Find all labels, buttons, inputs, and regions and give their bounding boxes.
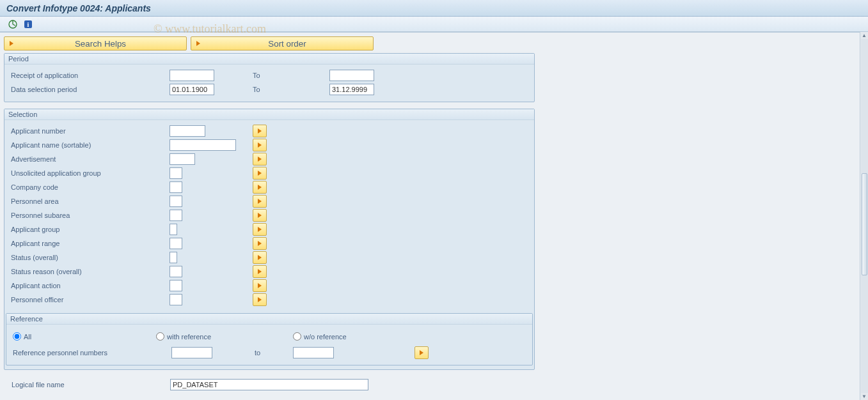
ref-pernr-more-button[interactable] xyxy=(414,346,429,359)
sort-order-label: Sort order xyxy=(207,39,367,49)
selection-input[interactable] xyxy=(170,266,182,277)
selection-label: Status (overall) xyxy=(10,254,170,261)
content-area: Search Helps Sort order Period Receipt o… xyxy=(0,32,860,400)
selection-legend: Selection xyxy=(4,109,534,120)
selection-input[interactable] xyxy=(170,210,182,221)
search-helps-label: Search Helps xyxy=(20,39,180,49)
receipt-to-input[interactable] xyxy=(329,70,374,81)
multiple-selection-button[interactable] xyxy=(253,139,267,151)
execute-icon[interactable] xyxy=(6,19,19,30)
ref-pernr-from-input[interactable] xyxy=(171,347,212,358)
selection-group: Selection Applicant numberApplicant name… xyxy=(4,109,535,370)
radio-with[interactable]: with reference xyxy=(156,332,290,341)
selection-label: Applicant name (sortable) xyxy=(10,141,170,149)
selection-label: Advertisement xyxy=(10,155,170,163)
selection-label: Applicant number xyxy=(10,127,170,135)
selection-input[interactable] xyxy=(170,224,177,235)
multiple-selection-button[interactable] xyxy=(253,279,267,292)
selection-input[interactable] xyxy=(170,238,182,249)
selection-row: Unsolicited application group xyxy=(10,166,529,180)
selection-input[interactable] xyxy=(170,125,205,137)
selection-input[interactable] xyxy=(170,196,182,207)
multiple-selection-button[interactable] xyxy=(253,237,267,250)
receipt-label: Receipt of application xyxy=(10,72,170,79)
selection-label: Applicant range xyxy=(10,240,170,247)
multiple-selection-button[interactable] xyxy=(253,265,267,278)
selection-label: Status reason (overall) xyxy=(10,268,170,275)
radio-all-input[interactable] xyxy=(13,332,21,341)
scroll-thumb[interactable] xyxy=(862,173,867,275)
selection-row: Status reason (overall) xyxy=(10,265,529,279)
selection-input[interactable] xyxy=(170,181,182,193)
reference-radio-row: All with reference w/o reference xyxy=(13,332,527,341)
multiple-selection-button[interactable] xyxy=(253,293,267,306)
arrow-right-icon xyxy=(7,39,16,48)
period-group: Period Receipt of application To Data se… xyxy=(4,53,535,102)
logical-file-input[interactable] xyxy=(170,379,368,390)
selection-input[interactable] xyxy=(170,167,182,179)
selection-label: Personnel subarea xyxy=(10,212,170,219)
receipt-row: Receipt of application To xyxy=(10,68,529,82)
arrow-right-icon xyxy=(194,39,203,48)
logical-file-row: Logical file name xyxy=(4,376,856,390)
button-row: Search Helps Sort order xyxy=(4,36,856,50)
multiple-selection-button[interactable] xyxy=(253,181,267,194)
info-icon[interactable]: i xyxy=(22,19,35,30)
multiple-selection-button[interactable] xyxy=(253,125,267,137)
dsp-to-input[interactable] xyxy=(329,84,374,95)
to-label: To xyxy=(253,72,329,79)
period-legend: Period xyxy=(4,54,534,65)
selection-label: Applicant action xyxy=(10,282,170,289)
radio-all[interactable]: All xyxy=(13,332,154,341)
selection-row: Applicant number xyxy=(10,124,529,138)
selection-label: Applicant group xyxy=(10,226,170,233)
selection-row: Advertisement xyxy=(10,152,529,166)
sort-order-button[interactable]: Sort order xyxy=(191,36,374,50)
dsp-label: Data selection period xyxy=(10,86,170,93)
search-helps-button[interactable]: Search Helps xyxy=(4,36,187,50)
selection-input[interactable] xyxy=(170,139,236,151)
multiple-selection-button[interactable] xyxy=(253,195,267,208)
scroll-track[interactable] xyxy=(861,39,868,393)
vertical-scrollbar[interactable]: ▲ ▼ xyxy=(860,32,868,400)
reference-group: Reference All with reference xyxy=(6,313,533,365)
selection-row: Applicant action xyxy=(10,279,529,293)
multiple-selection-button[interactable] xyxy=(253,251,267,264)
radio-wo-label: w/o reference xyxy=(304,333,347,341)
selection-row: Applicant range xyxy=(10,236,529,250)
dsp-row: Data selection period To xyxy=(10,82,529,96)
radio-with-input[interactable] xyxy=(156,332,164,341)
selection-row: Applicant group xyxy=(10,222,529,236)
selection-row: Applicant name (sortable) xyxy=(10,138,529,152)
selection-row: Personnel area xyxy=(10,194,529,208)
svg-line-2 xyxy=(13,24,15,26)
dsp-from-input[interactable] xyxy=(170,84,214,95)
selection-label: Personnel area xyxy=(10,197,170,205)
selection-label: Company code xyxy=(10,183,170,191)
radio-wo[interactable]: w/o reference xyxy=(293,332,347,341)
scroll-up-icon[interactable]: ▲ xyxy=(861,32,868,39)
multiple-selection-button[interactable] xyxy=(253,153,267,165)
multiple-selection-button[interactable] xyxy=(253,223,267,236)
selection-label: Personnel officer xyxy=(10,296,170,304)
selection-row: Company code xyxy=(10,180,529,194)
receipt-from-input[interactable] xyxy=(170,70,214,81)
selection-row: Personnel subarea xyxy=(10,208,529,222)
ref-pernr-to-input[interactable] xyxy=(293,347,334,358)
selection-input[interactable] xyxy=(170,252,177,263)
selection-input[interactable] xyxy=(170,280,182,291)
multiple-selection-button[interactable] xyxy=(253,209,267,222)
radio-wo-input[interactable] xyxy=(293,332,301,341)
radio-all-label: All xyxy=(24,333,31,341)
ref-to-label: to xyxy=(255,349,293,357)
scroll-down-icon[interactable]: ▼ xyxy=(861,393,868,400)
radio-with-label: with reference xyxy=(167,333,211,341)
to-label: To xyxy=(253,86,329,93)
multiple-selection-button[interactable] xyxy=(253,167,267,180)
ref-pernr-label: Reference personnel numbers xyxy=(12,349,171,357)
ref-pernr-row: Reference personnel numbers to xyxy=(12,346,527,360)
selection-input[interactable] xyxy=(170,153,195,165)
selection-input[interactable] xyxy=(170,294,182,305)
page-title: Convert Infotype 0024: Applicants xyxy=(6,3,151,13)
app-toolbar: i xyxy=(0,17,868,32)
